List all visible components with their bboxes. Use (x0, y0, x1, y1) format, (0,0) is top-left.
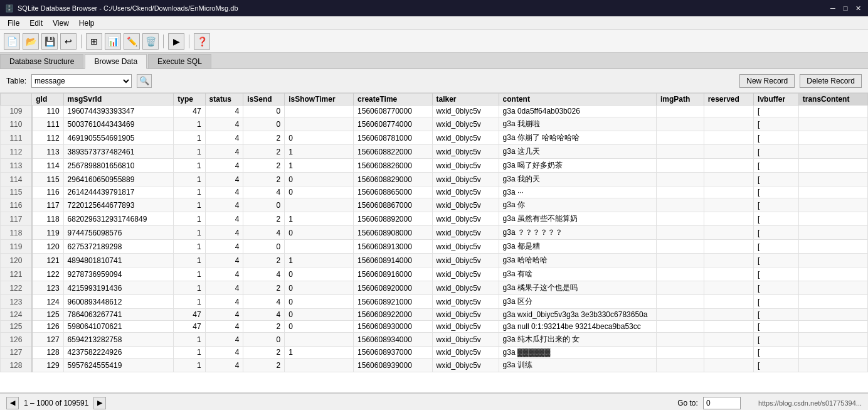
table-cell[interactable]: 1560608914000 (354, 254, 432, 267)
table-row[interactable]: 11912062753721892981401560608913000wxid_… (1, 240, 868, 254)
table-cell[interactable] (704, 131, 753, 145)
table-cell[interactable]: g3a ··· (499, 186, 656, 198)
table-cell[interactable]: wxid_0biyc5v (432, 267, 499, 281)
table-cell[interactable]: 2 (243, 281, 285, 295)
table-cell[interactable] (704, 186, 753, 198)
table-cell[interactable]: 109 (1, 105, 32, 117)
table-cell[interactable] (285, 198, 354, 212)
table-cell[interactable] (798, 186, 867, 198)
menu-file[interactable]: File (3, 18, 24, 29)
table-cell[interactable]: wxid_0biyc5v (432, 212, 499, 226)
table-cell[interactable]: 1 (174, 186, 205, 198)
tab-execute-sql[interactable]: Execute SQL (148, 54, 211, 68)
table-cell[interactable]: [ (754, 173, 799, 186)
table-cell[interactable] (798, 295, 867, 309)
table-cell[interactable]: 120 (1, 254, 32, 267)
table-row[interactable]: 120121489480181074114211560608914000wxid… (1, 254, 868, 267)
browse-table-btn[interactable]: ⊞ (86, 33, 102, 50)
table-cell[interactable]: 124 (32, 295, 63, 309)
table-cell[interactable]: 2 (243, 145, 285, 159)
col-transContent[interactable]: transContent (798, 94, 867, 105)
table-cell[interactable]: 112 (32, 131, 63, 145)
table-cell[interactable]: g3a 纯木瓜打出来的 女 (499, 333, 656, 347)
table-cell[interactable]: 122 (1, 281, 32, 295)
table-cell[interactable]: 1 (174, 212, 205, 226)
table-cell[interactable]: 4 (205, 267, 243, 281)
table-cell[interactable]: 0 (243, 117, 285, 131)
table-cell[interactable]: g3a 你崩了 哈哈哈哈哈 (499, 131, 656, 145)
table-cell[interactable]: 1560608908000 (354, 226, 432, 240)
col-gId[interactable]: gId (32, 94, 63, 105)
table-cell[interactable]: g3a 我崩啦 (499, 117, 656, 131)
table-cell[interactable]: 1 (174, 333, 205, 347)
table-cell[interactable]: 2 (243, 321, 285, 333)
table-cell[interactable] (656, 105, 704, 117)
table-cell[interactable]: 128 (1, 359, 32, 372)
table-cell[interactable] (704, 198, 753, 212)
table-row[interactable]: 12812959576245554191421560608939000wxid_… (1, 359, 868, 372)
table-cell[interactable]: 5980641070621 (63, 321, 174, 333)
goto-input[interactable] (703, 397, 741, 409)
table-cell[interactable]: 4 (205, 240, 243, 254)
table-cell[interactable]: g3a 有啥 (499, 267, 656, 281)
edit-table-btn[interactable]: ✏️ (124, 33, 140, 50)
minimize-btn[interactable]: ─ (828, 3, 838, 13)
table-cell[interactable]: wxid_0biyc5v (432, 281, 499, 295)
table-cell[interactable] (656, 333, 704, 347)
table-cell[interactable]: 9600893448612 (63, 295, 174, 309)
table-cell[interactable]: 4894801810741 (63, 254, 174, 267)
table-cell[interactable]: 117 (1, 212, 32, 226)
table-cell[interactable]: 47 (174, 321, 205, 333)
table-cell[interactable] (798, 226, 867, 240)
table-cell[interactable] (656, 212, 704, 226)
table-cell[interactable] (704, 359, 753, 372)
table-cell[interactable]: wxid_0biyc5v (432, 240, 499, 254)
table-cell[interactable]: 4 (243, 186, 285, 198)
table-cell[interactable] (704, 281, 753, 295)
table-cell[interactable]: 4237582224926 (63, 347, 174, 359)
table-cell[interactable]: 1560608922000 (354, 309, 432, 321)
menu-view[interactable]: View (48, 18, 74, 29)
table-cell[interactable]: 4 (205, 359, 243, 372)
next-page-btn[interactable]: ▶ (93, 397, 106, 409)
table-cell[interactable]: 112 (1, 145, 32, 159)
table-row[interactable]: 127128423758222492614211560608937000wxid… (1, 347, 868, 359)
prev-page-btn[interactable]: ◀ (6, 397, 19, 409)
table-cell[interactable]: 1560608937000 (354, 347, 432, 359)
table-cell[interactable]: wxid_0biyc5v (432, 309, 499, 321)
table-cell[interactable]: wxid_0biyc5v (432, 145, 499, 159)
table-cell[interactable]: 0 (285, 321, 354, 333)
table-cell[interactable]: 4 (205, 173, 243, 186)
table-cell[interactable]: 9278736959094 (63, 267, 174, 281)
table-cell[interactable]: [ (754, 212, 799, 226)
col-content[interactable]: content (499, 94, 656, 105)
table-cell[interactable]: g3a 0da5ff64ab03b026 (499, 105, 656, 117)
table-cell[interactable] (656, 173, 704, 186)
table-cell[interactable]: 1 (174, 159, 205, 173)
help-btn[interactable]: ❓ (194, 33, 210, 50)
table-cell[interactable] (798, 145, 867, 159)
table-cell[interactable]: 1 (174, 240, 205, 254)
table-row[interactable]: 122123421599319143614201560608920000wxid… (1, 281, 868, 295)
table-cell[interactable]: [ (754, 105, 799, 117)
table-cell[interactable]: g3a ▓▓▓▓▓▓ (499, 347, 656, 359)
delete-record-button[interactable]: Delete Record (800, 74, 862, 88)
table-cell[interactable]: 9744756098576 (63, 226, 174, 240)
table-cell[interactable]: 119 (32, 226, 63, 240)
table-cell[interactable]: 4 (205, 309, 243, 321)
table-cell[interactable] (798, 309, 867, 321)
table-cell[interactable] (285, 240, 354, 254)
table-cell[interactable]: 127 (32, 333, 63, 347)
table-cell[interactable]: 2 (243, 254, 285, 267)
maximize-btn[interactable]: □ (840, 3, 850, 13)
table-cell[interactable]: g3a 我的天 (499, 173, 656, 186)
table-cell[interactable]: g3a 区分 (499, 295, 656, 309)
table-cell[interactable] (656, 321, 704, 333)
table-cell[interactable]: 4 (205, 333, 243, 347)
table-cell[interactable] (704, 254, 753, 267)
table-cell[interactable]: [ (754, 281, 799, 295)
table-cell[interactable] (704, 159, 753, 173)
table-cell[interactable] (704, 145, 753, 159)
table-cell[interactable]: 121 (1, 267, 32, 281)
table-cell[interactable]: [ (754, 309, 799, 321)
